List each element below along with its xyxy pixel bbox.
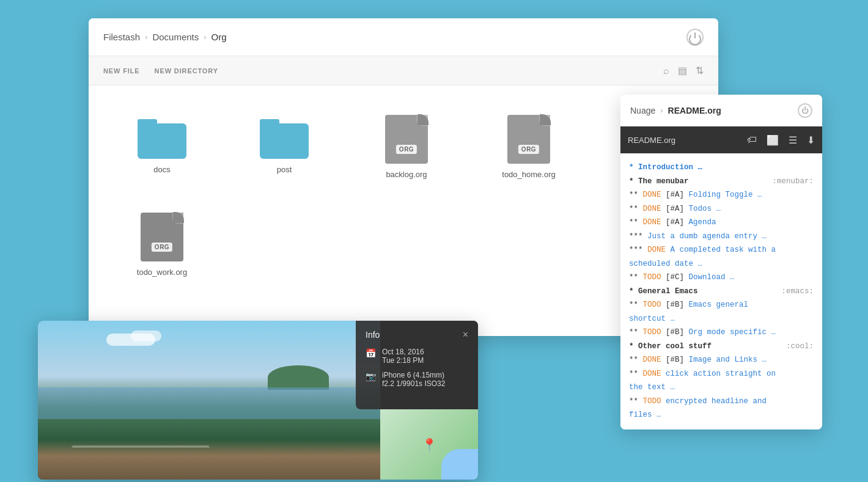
new-file-button[interactable]: NEW FILE xyxy=(103,67,140,75)
breadcrumb-root[interactable]: Filestash xyxy=(103,32,140,42)
org-keyword: DONE xyxy=(643,218,661,227)
folder-icon xyxy=(260,119,309,159)
readme-sep: › xyxy=(660,106,663,115)
tag-icon[interactable]: 🏷 xyxy=(747,134,757,145)
org-line: ** DONE [#B] Image and Links … xyxy=(629,353,814,367)
org-line: scheduled date … xyxy=(629,257,814,271)
org-text: Emacs general xyxy=(689,301,749,309)
org-line: ** TODO encrypted headline and xyxy=(629,395,814,409)
org-file-icon: ORG xyxy=(507,115,550,164)
search-icon[interactable]: ⌕ xyxy=(663,65,669,76)
org-heading: * Other cool stuff xyxy=(629,342,712,351)
filestash-toolbar: NEW FILE NEW DIRECTORY ⌕ ▤ ⇅ xyxy=(89,56,718,86)
org-keyword: TODO xyxy=(643,328,661,337)
list-item[interactable]: ORG backlog.org xyxy=(345,98,468,195)
list-item[interactable]: docs xyxy=(101,98,223,195)
info-camera: iPhone 6 (4.15mm) f2.2 1/9901s ISO32 xyxy=(382,371,445,388)
org-tag: :emacs: xyxy=(781,285,814,299)
list-view-icon[interactable]: ▤ xyxy=(678,65,687,76)
info-panel-header: Info × xyxy=(366,329,468,340)
info-camera-row: 📷 iPhone 6 (4.15mm) f2.2 1/9901s ISO32 xyxy=(366,371,468,388)
photo-main xyxy=(38,321,380,480)
org-keyword: DONE xyxy=(643,356,661,364)
file-label: post xyxy=(277,165,292,174)
readme-header: Nuage › README.org ⏻ xyxy=(620,95,822,126)
camera-icon: 📷 xyxy=(366,371,376,381)
new-directory-button[interactable]: NEW DIRECTORY xyxy=(155,67,218,75)
org-line: ** DONE click action straight on xyxy=(629,367,814,381)
list-item[interactable]: ORG todo_home.org xyxy=(468,98,590,195)
info-close-button[interactable]: × xyxy=(463,329,468,340)
file-label: backlog.org xyxy=(386,170,427,179)
org-text: Image and Links … xyxy=(689,356,767,364)
sort-icon[interactable]: ⇅ xyxy=(696,65,704,76)
readme-power-button[interactable]: ⏻ xyxy=(798,103,812,118)
clouds xyxy=(106,334,155,346)
info-date: Oct 18, 2016 Tue 2:18 PM xyxy=(382,348,424,365)
folder-icon xyxy=(138,119,186,159)
list-icon[interactable]: ☰ xyxy=(789,134,797,146)
list-item[interactable]: post xyxy=(223,98,345,195)
org-text: Todos … xyxy=(689,205,721,213)
file-label: docs xyxy=(153,165,170,174)
power-button[interactable] xyxy=(686,29,704,46)
readme-content: * Introduction … * The menubar:menubar: … xyxy=(620,153,822,429)
org-line: *** DONE A completed task with a xyxy=(629,243,814,257)
readme-root[interactable]: Nuage xyxy=(630,106,655,115)
org-line: files … xyxy=(629,408,814,422)
org-line: shortcut … xyxy=(629,312,814,326)
readme-toolbar: README.org 🏷 ⬜ ☰ ⬇ xyxy=(620,126,822,153)
org-keyword: TODO xyxy=(643,273,661,282)
readme-panel: Nuage › README.org ⏻ README.org 🏷 ⬜ ☰ ⬇ … xyxy=(620,95,822,429)
map-marker: 📍 xyxy=(422,437,437,452)
list-item[interactable]: ORG todo_work.org xyxy=(101,195,223,293)
power-icon: ⏻ xyxy=(801,106,809,115)
org-line: * General Emacs:emacs: xyxy=(629,285,814,299)
org-text: click action straight on xyxy=(666,370,776,378)
download-icon[interactable]: ⬇ xyxy=(807,134,815,146)
road xyxy=(72,445,210,447)
file-label: todo_home.org xyxy=(502,170,555,179)
org-tag: :cool: xyxy=(786,340,814,354)
water xyxy=(38,387,380,419)
breadcrumb-sep-2: › xyxy=(204,32,206,42)
map-preview: 📍 xyxy=(380,409,478,480)
org-text: scheduled date … xyxy=(629,260,702,268)
filestash-header: Filestash › Documents › Org xyxy=(89,18,718,56)
org-text: Download … xyxy=(689,273,735,282)
readme-filename[interactable]: README.org xyxy=(668,106,721,115)
org-file-icon: ORG xyxy=(385,115,428,164)
info-date-row: 📅 Oct 18, 2016 Tue 2:18 PM xyxy=(366,348,468,365)
org-keyword: TODO xyxy=(643,397,661,406)
org-line: ** DONE [#A] Folding Toggle … xyxy=(629,188,814,202)
org-keyword: DONE xyxy=(643,205,661,213)
org-heading: * The menubar xyxy=(629,177,689,186)
org-keyword: DONE xyxy=(643,191,661,199)
org-heading: * Introduction … xyxy=(629,163,702,172)
breadcrumb-level2[interactable]: Org xyxy=(211,32,227,42)
org-text: encrypted headline and xyxy=(666,397,767,406)
org-line: * Introduction … xyxy=(629,161,814,175)
readme-breadcrumb: Nuage › README.org xyxy=(630,106,721,115)
org-line: ** TODO [#B] Emacs general xyxy=(629,298,814,312)
org-text: Agenda xyxy=(689,218,716,227)
breadcrumb: Filestash › Documents › Org xyxy=(103,32,227,42)
org-keyword: DONE xyxy=(647,246,666,254)
org-line: *** Just a dumb agenda entry … xyxy=(629,230,814,244)
breadcrumb-level1[interactable]: Documents xyxy=(152,32,199,42)
org-keyword: DONE xyxy=(643,370,661,378)
readme-title-bar: README.org xyxy=(628,136,675,145)
org-line: ** DONE [#A] Agenda xyxy=(629,216,814,230)
org-text: Org mode specific … xyxy=(689,328,776,337)
calendar-icon[interactable]: ⬜ xyxy=(767,134,779,146)
toolbar-left: NEW FILE NEW DIRECTORY xyxy=(103,67,218,75)
toolbar-right: ⌕ ▤ ⇅ xyxy=(663,65,704,76)
info-panel: Info × 📅 Oct 18, 2016 Tue 2:18 PM 📷 iPho… xyxy=(356,321,478,409)
org-heading: * General Emacs xyxy=(629,287,698,296)
landscape-photo xyxy=(38,321,380,480)
org-text: Just a dumb agenda entry … xyxy=(647,232,767,241)
org-line: * The menubar:menubar: xyxy=(629,175,814,189)
org-keyword: TODO xyxy=(643,301,661,309)
org-text: Folding Toggle … xyxy=(689,191,762,199)
org-text: the text … xyxy=(629,383,675,392)
